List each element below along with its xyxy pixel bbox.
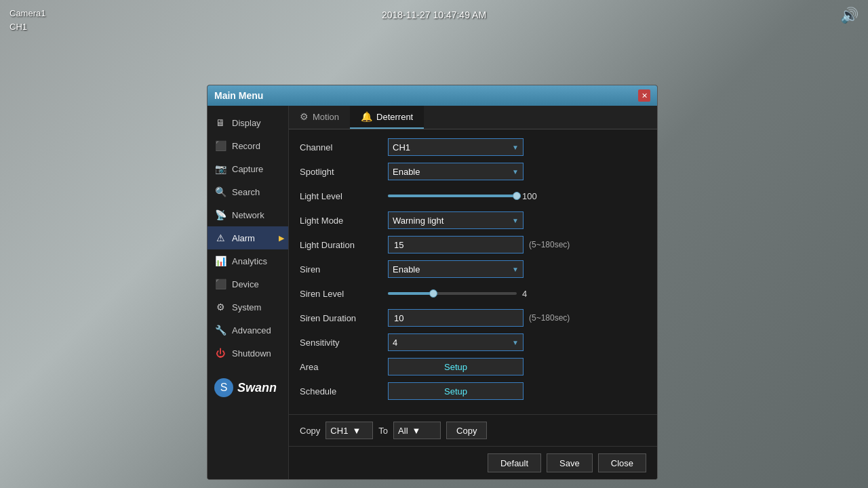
default-button[interactable]: Default [488,453,541,472]
copy-label: Copy [300,426,320,436]
sensitivity-dropdown-arrow: ▼ [512,339,519,346]
tab-motion[interactable]: ⚙ Motion [289,106,350,129]
close-button[interactable]: Close [598,453,646,472]
siren-duration-input[interactable] [388,309,524,327]
area-control: Setup [388,358,646,375]
sensitivity-label: Sensitivity [300,338,388,348]
channel-dropdown[interactable]: CH1 ▼ [388,138,524,156]
siren-control: Enable ▼ [388,260,646,278]
swann-logo-icon: S [214,378,233,397]
copy-from-value: CH1 [330,426,348,436]
bottom-bar: Default Save Close [289,446,657,479]
sidebar-item-record[interactable]: ⬛ Record [208,134,288,157]
siren-row: Siren Enable ▼ [300,260,646,279]
area-setup-button[interactable]: Setup [388,358,524,375]
capture-icon: 📷 [214,163,226,175]
light-level-row: Light Level 100 [300,186,646,205]
channel-dropdown-arrow: ▼ [512,144,519,151]
siren-value: Enable [393,264,420,274]
alarm-icon: ⚠ [214,232,226,244]
motion-tab-icon: ⚙ [300,111,309,122]
siren-duration-label: Siren Duration [300,313,388,323]
siren-dropdown-arrow: ▼ [512,266,519,273]
sidebar-label-analytics: Analytics [232,256,267,266]
sidebar-item-display[interactable]: 🖥 Display [208,111,288,134]
content-area: ⚙ Motion 🔔 Deterrent Channel CH1 ▼ [289,106,657,479]
sidebar-item-capture[interactable]: 📷 Capture [208,157,288,180]
siren-duration-range: (5~180sec) [529,313,570,323]
light-level-thumb[interactable] [513,192,521,200]
dialog-body: 🖥 Display ⬛ Record 📷 Capture 🔍 Search 📡 … [208,106,657,479]
light-duration-input[interactable] [388,236,524,253]
light-mode-dropdown[interactable]: Warning light ▼ [388,211,524,229]
siren-duration-control: (5~180sec) [388,309,646,327]
camera-channel: CH1 [9,20,45,34]
advanced-icon: 🔧 [214,324,226,336]
siren-duration-row: Siren Duration (5~180sec) [300,308,646,327]
light-mode-control: Warning light ▼ [388,211,646,229]
copy-row: Copy CH1 ▼ To All ▼ Copy [289,414,657,446]
search-icon: 🔍 [214,186,226,198]
dialog-close-button[interactable]: ✕ [638,89,650,102]
copy-to-label: To [378,426,388,436]
spotlight-dropdown[interactable]: Enable ▼ [388,163,524,180]
light-level-value: 100 [522,191,542,201]
spotlight-dropdown-arrow: ▼ [512,168,519,176]
form-area: Channel CH1 ▼ Spotlight Enable ▼ [289,129,657,414]
spotlight-control: Enable ▼ [388,163,646,180]
network-icon: 📡 [214,209,226,221]
sidebar-label-search: Search [232,187,260,197]
spotlight-label: Spotlight [300,167,388,177]
analytics-icon: 📊 [214,255,226,267]
sensitivity-dropdown[interactable]: 4 ▼ [388,333,524,351]
sidebar-item-alarm[interactable]: ⚠ Alarm ▶ [208,226,288,249]
speaker-icon: 🔊 [840,7,859,24]
sidebar-item-analytics[interactable]: 📊 Analytics [208,249,288,272]
sidebar-item-search[interactable]: 🔍 Search [208,180,288,203]
siren-level-value: 4 [522,289,542,299]
copy-to-value: All [398,426,408,436]
light-mode-dropdown-arrow: ▼ [512,217,519,224]
sensitivity-control: 4 ▼ [388,333,646,351]
copy-to-arrow: ▼ [412,426,421,436]
main-menu-dialog: Main Menu ✕ 🖥 Display ⬛ Record 📷 Capture… [207,85,658,480]
sidebar-label-capture: Capture [232,164,263,174]
sidebar-item-advanced[interactable]: 🔧 Advanced [208,319,288,342]
light-level-label: Light Level [300,191,388,201]
camera-info: Camera1 CH1 [9,7,45,33]
copy-button[interactable]: Copy [446,422,487,439]
light-level-control: 100 [388,191,646,201]
schedule-row: Schedule Setup [300,382,646,401]
siren-level-track[interactable] [388,292,517,295]
schedule-setup-button[interactable]: Setup [388,382,524,400]
tab-deterrent[interactable]: 🔔 Deterrent [350,106,424,129]
siren-level-thumb[interactable] [429,289,437,298]
copy-from-dropdown[interactable]: CH1 ▼ [326,422,373,439]
siren-dropdown[interactable]: Enable ▼ [388,260,524,278]
sidebar-label-record: Record [232,141,260,151]
display-icon: 🖥 [214,117,226,129]
sidebar-item-network[interactable]: 📡 Network [208,203,288,226]
sensitivity-value: 4 [393,338,397,348]
sidebar-item-system[interactable]: ⚙ System [208,296,288,319]
dialog-title-bar: Main Menu ✕ [208,85,657,106]
sidebar-label-display: Display [232,118,261,128]
light-level-track[interactable] [388,195,517,197]
siren-level-row: Siren Level 4 [300,284,646,303]
sidebar-label-shutdown: Shutdown [232,348,271,359]
dialog-title: Main Menu [214,90,263,101]
siren-label: Siren [300,264,388,274]
copy-to-dropdown[interactable]: All ▼ [393,422,441,439]
sidebar-label-advanced: Advanced [232,325,271,336]
light-duration-row: Light Duration (5~180sec) [300,235,646,254]
spotlight-row: Spotlight Enable ▼ [300,162,646,181]
record-icon: ⬛ [214,140,226,152]
siren-level-label: Siren Level [300,289,388,299]
sidebar-item-device[interactable]: ⬛ Device [208,272,288,296]
save-button[interactable]: Save [547,453,593,472]
sidebar-item-shutdown[interactable]: ⏻ Shutdown [208,342,288,365]
tab-bar: ⚙ Motion 🔔 Deterrent [289,106,657,129]
channel-value: CH1 [393,142,410,152]
sidebar-label-network: Network [232,210,264,220]
tab-deterrent-label: Deterrent [376,112,413,122]
